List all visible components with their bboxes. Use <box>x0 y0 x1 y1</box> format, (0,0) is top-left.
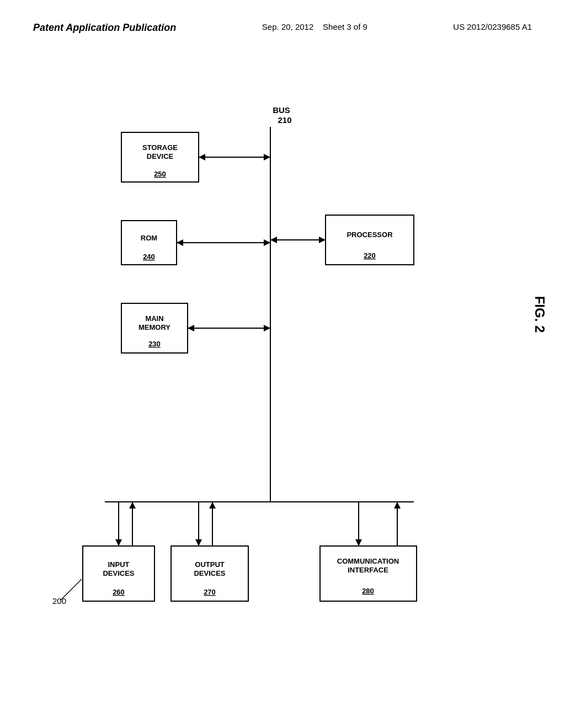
svg-text:MEMORY: MEMORY <box>138 323 170 331</box>
svg-text:210: 210 <box>278 115 291 125</box>
svg-text:BUS: BUS <box>273 105 290 115</box>
svg-text:240: 240 <box>143 253 155 261</box>
svg-text:220: 220 <box>364 251 376 260</box>
svg-text:DEVICES: DEVICES <box>194 569 225 577</box>
svg-text:INTERFACE: INTERFACE <box>348 566 388 574</box>
svg-marker-27 <box>270 237 277 243</box>
svg-text:230: 230 <box>148 340 161 348</box>
svg-text:PROCESSOR: PROCESSOR <box>347 231 393 239</box>
svg-marker-41 <box>394 502 401 508</box>
block-diagram: BUS 210 STORAGE DEVICE 250 ROM 240 MAIN … <box>0 66 565 706</box>
header-patent-number: US 2012/0239685 A1 <box>453 22 532 31</box>
svg-marker-31 <box>115 539 122 546</box>
svg-text:260: 260 <box>113 588 125 596</box>
header: Patent Application Publication Sep. 20, … <box>0 0 565 45</box>
svg-marker-33 <box>195 539 202 546</box>
page: Patent Application Publication Sep. 20, … <box>0 0 565 728</box>
svg-text:INPUT: INPUT <box>108 560 130 569</box>
svg-marker-22 <box>264 325 270 331</box>
svg-line-55 <box>61 579 82 600</box>
svg-marker-14 <box>177 239 183 246</box>
svg-text:200: 200 <box>52 596 66 606</box>
svg-text:270: 270 <box>204 588 216 596</box>
svg-text:280: 280 <box>362 587 374 595</box>
svg-marker-35 <box>355 539 362 546</box>
svg-text:DEVICES: DEVICES <box>103 569 134 577</box>
svg-text:STORAGE: STORAGE <box>142 143 178 152</box>
svg-text:250: 250 <box>154 170 166 178</box>
svg-text:MAIN: MAIN <box>145 314 163 323</box>
svg-marker-8 <box>199 154 205 160</box>
svg-text:DEVICE: DEVICE <box>147 152 174 160</box>
svg-text:FIG. 2: FIG. 2 <box>532 296 547 333</box>
svg-marker-37 <box>129 502 136 508</box>
svg-marker-9 <box>264 154 270 160</box>
svg-text:COMMUNICATION: COMMUNICATION <box>337 557 399 565</box>
svg-marker-15 <box>264 239 270 246</box>
svg-text:ROM: ROM <box>141 234 157 242</box>
svg-marker-28 <box>319 237 326 243</box>
header-date-sheet: Sep. 20, 2012 Sheet 3 of 9 <box>262 22 367 31</box>
svg-text:OUTPUT: OUTPUT <box>195 560 225 569</box>
svg-marker-39 <box>209 502 216 508</box>
header-publication-type: Patent Application Publication <box>33 22 176 34</box>
svg-marker-21 <box>188 325 194 331</box>
